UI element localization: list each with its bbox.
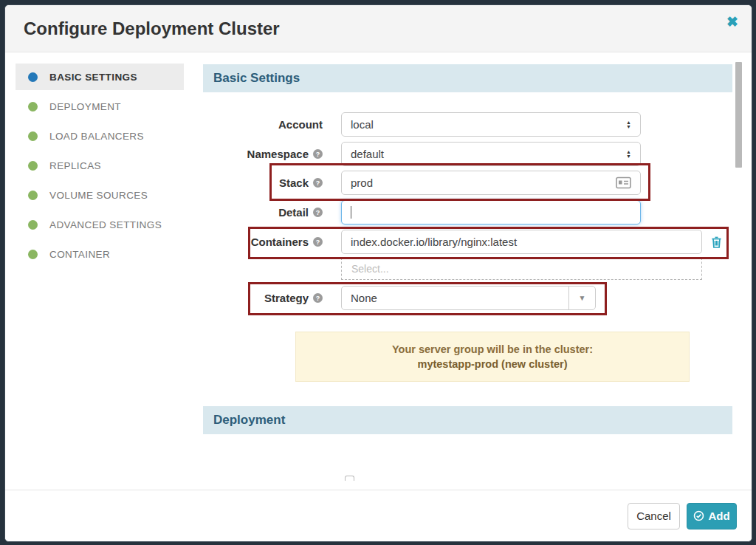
modal-header: Configure Deployment Cluster ✖ — [5, 5, 752, 52]
configure-cluster-modal: Configure Deployment Cluster ✖ BASIC SET… — [4, 4, 752, 542]
help-icon[interactable]: ? — [313, 237, 323, 247]
strategy-dropdown[interactable]: None ▼ — [341, 286, 596, 310]
account-row: Account local ▲▼ — [203, 112, 732, 137]
sidebar-item-label: ADVANCED SETTINGS — [49, 219, 162, 230]
cluster-info-line1: Your server group will be in the cluster… — [392, 343, 593, 355]
namespace-row: Namespace ? default ▲▼ — [203, 142, 732, 166]
step-dot-icon — [28, 72, 38, 82]
strategy-row: Strategy ? None ▼ — [203, 286, 732, 310]
namespace-label: Namespace ? — [203, 148, 341, 160]
containers-label: Containers ? — [203, 236, 341, 248]
section-header-basic-settings: Basic Settings — [203, 64, 732, 92]
help-icon[interactable]: ? — [313, 208, 323, 217]
add-button[interactable]: Add — [687, 503, 737, 529]
stack-input[interactable]: prod — [341, 171, 641, 195]
help-icon[interactable]: ? — [313, 178, 323, 188]
detail-input[interactable] — [341, 200, 641, 224]
strategy-value: None — [351, 292, 568, 304]
account-select[interactable]: local ▲▼ — [341, 112, 641, 137]
namespace-select[interactable]: default ▲▼ — [341, 142, 641, 166]
sidebar-item-container[interactable]: CONTAINER — [16, 241, 184, 267]
trash-icon[interactable] — [711, 236, 722, 249]
page-backdrop: Configure Deployment Cluster ✖ BASIC SET… — [0, 0, 756, 545]
vertical-scrollbar-thumb[interactable] — [735, 62, 742, 168]
section-header-deployment: Deployment — [203, 406, 732, 434]
section-title: Deployment — [213, 413, 285, 428]
sidebar-item-replicas[interactable]: REPLICAS — [16, 152, 184, 179]
step-dot-icon — [28, 131, 38, 141]
cluster-info-line2: mytestapp-prod (new cluster) — [417, 358, 567, 370]
stack-label: Stack ? — [203, 176, 341, 189]
strategy-label: Strategy ? — [203, 292, 341, 304]
sidebar-item-basic-settings[interactable]: BASIC SETTINGS — [16, 64, 184, 90]
sidebar-item-label: REPLICAS — [49, 160, 101, 171]
containers-input[interactable]: index.docker.io/library/nginx:latest — [341, 230, 702, 254]
chevron-down-icon: ▼ — [568, 287, 595, 309]
text-cursor — [351, 206, 351, 219]
account-label: Account — [203, 118, 341, 131]
detail-label: Detail ? — [203, 206, 341, 219]
sidebar-item-load-balancers[interactable]: LOAD BALANCERS — [16, 123, 184, 149]
modal-title: Configure Deployment Cluster — [24, 18, 280, 39]
sidebar-item-deployment[interactable]: DEPLOYMENT — [16, 93, 184, 120]
modal-footer: Cancel Add — [5, 490, 752, 541]
stack-value: prod — [351, 176, 616, 189]
detail-row: Detail ? — [203, 200, 732, 224]
step-dot-icon — [28, 250, 38, 259]
check-circle-icon — [693, 510, 704, 521]
step-dot-icon — [28, 161, 38, 171]
stack-row: Stack ? prod — [203, 171, 732, 195]
partial-checkbox[interactable] — [345, 476, 354, 481]
address-card-icon[interactable] — [616, 176, 631, 189]
sidebar-item-label: VOLUME SOURCES — [49, 190, 148, 201]
select-stepper-icon: ▲▼ — [626, 150, 631, 159]
sidebar-item-label: DEPLOYMENT — [49, 101, 121, 112]
namespace-value: default — [351, 148, 620, 160]
help-icon[interactable]: ? — [313, 293, 323, 303]
containers-row: Containers ? index.docker.io/library/ngi… — [203, 230, 732, 254]
step-dot-icon — [28, 191, 38, 200]
wizard-sidebar: BASIC SETTINGS DEPLOYMENT LOAD BALANCERS… — [16, 64, 184, 270]
step-dot-icon — [28, 102, 38, 112]
cluster-info-box: Your server group will be in the cluster… — [295, 332, 690, 382]
modal-body: BASIC SETTINGS DEPLOYMENT LOAD BALANCERS… — [5, 52, 752, 490]
sidebar-item-label: BASIC SETTINGS — [49, 72, 137, 83]
select-stepper-icon: ▲▼ — [626, 120, 631, 129]
cancel-button[interactable]: Cancel — [628, 503, 680, 529]
step-dot-icon — [28, 220, 38, 230]
container-image-select[interactable]: Select... — [341, 258, 702, 280]
sidebar-item-label: LOAD BALANCERS — [49, 131, 144, 142]
help-icon[interactable]: ? — [313, 149, 323, 159]
section-title: Basic Settings — [213, 71, 300, 86]
sidebar-item-label: CONTAINER — [49, 249, 110, 260]
select-placeholder: Select... — [351, 263, 389, 275]
containers-value: index.docker.io/library/nginx:latest — [351, 236, 693, 248]
sidebar-item-advanced-settings[interactable]: ADVANCED SETTINGS — [16, 211, 184, 238]
sidebar-item-volume-sources[interactable]: VOLUME SOURCES — [16, 182, 184, 208]
close-icon[interactable]: ✖ — [726, 15, 738, 29]
account-value: local — [351, 118, 620, 131]
